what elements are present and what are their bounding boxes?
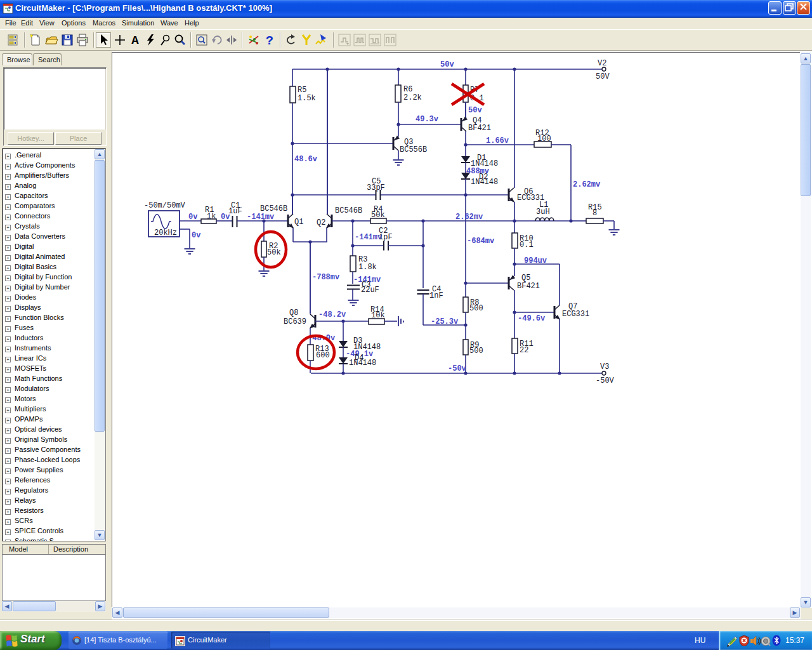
svg-text:-49.6v: -49.6v [518, 314, 545, 323]
svg-text:1k: 1k [207, 212, 216, 221]
svg-text:-141mv: -141mv [247, 213, 274, 222]
svg-text:ECG331: ECG331 [562, 310, 589, 319]
svg-text:50V: 50V [596, 72, 610, 81]
svg-text:Q1: Q1 [294, 218, 303, 227]
svg-text:-50V: -50V [596, 376, 615, 385]
svg-text:20kHz: 20kHz [154, 229, 177, 237]
svg-text:33pF: 33pF [367, 183, 385, 192]
svg-text:BC546B: BC546B [335, 206, 362, 215]
svg-text:-684mv: -684mv [467, 237, 494, 246]
svg-text:1N4148: 1N4148 [349, 359, 376, 368]
svg-text:50v: 50v [440, 60, 454, 69]
svg-text:BF421: BF421 [468, 124, 491, 133]
svg-text:V2: V2 [598, 59, 606, 68]
svg-text:Q5: Q5 [521, 274, 530, 282]
svg-text:R5: R5 [298, 86, 306, 95]
svg-text:600: 600 [316, 351, 330, 360]
svg-text:Q8: Q8 [289, 308, 298, 317]
svg-text:994uv: 994uv [524, 256, 547, 265]
svg-text:2.62mv: 2.62mv [455, 213, 483, 222]
svg-text:0v: 0v [192, 231, 200, 240]
svg-text:Q2: Q2 [317, 218, 325, 227]
svg-text:R6: R6 [403, 85, 412, 94]
svg-text:10k: 10k [371, 311, 385, 320]
svg-text:V3: V3 [600, 362, 609, 371]
svg-text:A: A [131, 34, 139, 47]
svg-text:50k: 50k [267, 248, 281, 257]
svg-text:-25.3v: -25.3v [431, 317, 458, 326]
svg-text:BC546B: BC546B [260, 204, 287, 213]
svg-text:1pF: 1pF [379, 233, 393, 242]
svg-text:BC556B: BC556B [400, 145, 427, 154]
svg-text:48.6v: 48.6v [294, 155, 317, 164]
svg-text:?: ? [266, 34, 273, 47]
svg-text:-141mv: -141mv [355, 233, 382, 242]
svg-text:1N4148: 1N4148 [471, 178, 498, 187]
svg-text:1.5k: 1.5k [298, 94, 316, 103]
svg-text:50k: 50k [371, 211, 385, 220]
svg-text:BF421: BF421 [517, 282, 540, 291]
svg-text:-48.2v: -48.2v [318, 310, 346, 319]
svg-text:BC639: BC639 [284, 317, 306, 326]
svg-text:22: 22 [520, 346, 528, 355]
svg-text:1nF: 1nF [429, 291, 443, 300]
svg-text:500: 500 [469, 304, 483, 313]
svg-text:0v: 0v [188, 213, 197, 222]
svg-text:1uF: 1uF [228, 207, 242, 216]
svg-text:1.66v: 1.66v [486, 136, 509, 145]
svg-text:100: 100 [537, 135, 551, 143]
svg-text:2.62mv: 2.62mv [573, 180, 600, 189]
svg-text:1.8k: 1.8k [358, 263, 377, 272]
svg-text:2.2k: 2.2k [403, 93, 422, 102]
svg-text:-50v: -50v [448, 364, 466, 373]
svg-text:8: 8 [593, 209, 597, 218]
svg-text:-788mv: -788mv [312, 273, 339, 282]
svg-text:49.3v: 49.3v [416, 115, 438, 124]
svg-text:22uF: 22uF [361, 286, 379, 295]
svg-text:50v: 50v [468, 106, 482, 115]
svg-text:0.1: 0.1 [520, 241, 534, 249]
svg-text:500: 500 [469, 347, 483, 355]
svg-text:3uH: 3uH [536, 208, 550, 216]
svg-text:-50m/50mV: -50m/50mV [144, 201, 186, 210]
